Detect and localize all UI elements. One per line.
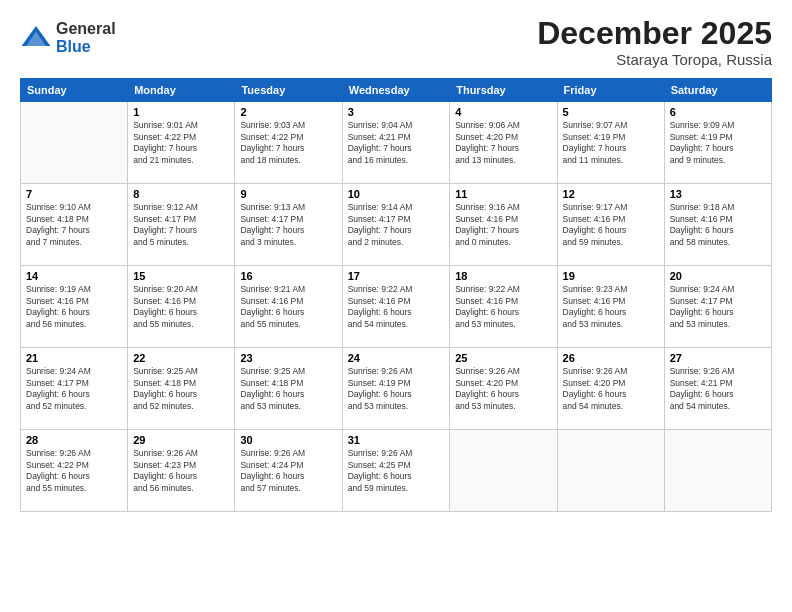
cell-info: Sunrise: 9:24 AMSunset: 4:17 PMDaylight:… xyxy=(670,284,766,330)
table-row: 13Sunrise: 9:18 AMSunset: 4:16 PMDayligh… xyxy=(664,184,771,266)
cell-date: 30 xyxy=(240,434,336,446)
logo-general: General xyxy=(56,20,116,38)
cell-date: 19 xyxy=(563,270,659,282)
cell-date: 3 xyxy=(348,106,445,118)
cell-date: 9 xyxy=(240,188,336,200)
header-sunday: Sunday xyxy=(21,79,128,102)
table-row: 23Sunrise: 9:25 AMSunset: 4:18 PMDayligh… xyxy=(235,348,342,430)
table-row: 2Sunrise: 9:03 AMSunset: 4:22 PMDaylight… xyxy=(235,102,342,184)
cell-date: 14 xyxy=(26,270,122,282)
table-row: 27Sunrise: 9:26 AMSunset: 4:21 PMDayligh… xyxy=(664,348,771,430)
header-friday: Friday xyxy=(557,79,664,102)
cell-info: Sunrise: 9:25 AMSunset: 4:18 PMDaylight:… xyxy=(133,366,229,412)
table-row: 3Sunrise: 9:04 AMSunset: 4:21 PMDaylight… xyxy=(342,102,450,184)
table-row: 28Sunrise: 9:26 AMSunset: 4:22 PMDayligh… xyxy=(21,430,128,512)
cell-date: 11 xyxy=(455,188,551,200)
cell-date: 8 xyxy=(133,188,229,200)
table-row: 4Sunrise: 9:06 AMSunset: 4:20 PMDaylight… xyxy=(450,102,557,184)
cell-info: Sunrise: 9:10 AMSunset: 4:18 PMDaylight:… xyxy=(26,202,122,248)
table-row xyxy=(450,430,557,512)
cell-date: 27 xyxy=(670,352,766,364)
table-row: 5Sunrise: 9:07 AMSunset: 4:19 PMDaylight… xyxy=(557,102,664,184)
table-row: 16Sunrise: 9:21 AMSunset: 4:16 PMDayligh… xyxy=(235,266,342,348)
table-row: 17Sunrise: 9:22 AMSunset: 4:16 PMDayligh… xyxy=(342,266,450,348)
table-row: 29Sunrise: 9:26 AMSunset: 4:23 PMDayligh… xyxy=(128,430,235,512)
table-row: 18Sunrise: 9:22 AMSunset: 4:16 PMDayligh… xyxy=(450,266,557,348)
cell-date: 7 xyxy=(26,188,122,200)
cell-info: Sunrise: 9:26 AMSunset: 4:25 PMDaylight:… xyxy=(348,448,445,494)
cell-date: 5 xyxy=(563,106,659,118)
calendar-week-row: 1Sunrise: 9:01 AMSunset: 4:22 PMDaylight… xyxy=(21,102,772,184)
cell-date: 4 xyxy=(455,106,551,118)
cell-info: Sunrise: 9:26 AMSunset: 4:19 PMDaylight:… xyxy=(348,366,445,412)
cell-date: 22 xyxy=(133,352,229,364)
cell-date: 20 xyxy=(670,270,766,282)
cell-date: 2 xyxy=(240,106,336,118)
cell-info: Sunrise: 9:14 AMSunset: 4:17 PMDaylight:… xyxy=(348,202,445,248)
cell-info: Sunrise: 9:16 AMSunset: 4:16 PMDaylight:… xyxy=(455,202,551,248)
cell-info: Sunrise: 9:03 AMSunset: 4:22 PMDaylight:… xyxy=(240,120,336,166)
cell-info: Sunrise: 9:19 AMSunset: 4:16 PMDaylight:… xyxy=(26,284,122,330)
calendar-week-row: 21Sunrise: 9:24 AMSunset: 4:17 PMDayligh… xyxy=(21,348,772,430)
title-block: December 2025 Staraya Toropa, Russia xyxy=(537,16,772,68)
header: General Blue December 2025 Staraya Torop… xyxy=(20,16,772,68)
subtitle: Staraya Toropa, Russia xyxy=(537,51,772,68)
cell-date: 10 xyxy=(348,188,445,200)
cell-date: 15 xyxy=(133,270,229,282)
cell-date: 23 xyxy=(240,352,336,364)
table-row: 8Sunrise: 9:12 AMSunset: 4:17 PMDaylight… xyxy=(128,184,235,266)
calendar-week-row: 28Sunrise: 9:26 AMSunset: 4:22 PMDayligh… xyxy=(21,430,772,512)
table-row: 7Sunrise: 9:10 AMSunset: 4:18 PMDaylight… xyxy=(21,184,128,266)
table-row xyxy=(21,102,128,184)
logo-icon xyxy=(20,22,52,54)
table-row: 31Sunrise: 9:26 AMSunset: 4:25 PMDayligh… xyxy=(342,430,450,512)
cell-info: Sunrise: 9:26 AMSunset: 4:23 PMDaylight:… xyxy=(133,448,229,494)
cell-date: 25 xyxy=(455,352,551,364)
table-row: 14Sunrise: 9:19 AMSunset: 4:16 PMDayligh… xyxy=(21,266,128,348)
cell-info: Sunrise: 9:01 AMSunset: 4:22 PMDaylight:… xyxy=(133,120,229,166)
cell-info: Sunrise: 9:26 AMSunset: 4:20 PMDaylight:… xyxy=(455,366,551,412)
cell-info: Sunrise: 9:26 AMSunset: 4:22 PMDaylight:… xyxy=(26,448,122,494)
cell-date: 28 xyxy=(26,434,122,446)
cell-info: Sunrise: 9:21 AMSunset: 4:16 PMDaylight:… xyxy=(240,284,336,330)
table-row: 15Sunrise: 9:20 AMSunset: 4:16 PMDayligh… xyxy=(128,266,235,348)
cell-info: Sunrise: 9:22 AMSunset: 4:16 PMDaylight:… xyxy=(348,284,445,330)
table-row: 30Sunrise: 9:26 AMSunset: 4:24 PMDayligh… xyxy=(235,430,342,512)
table-row xyxy=(557,430,664,512)
table-row xyxy=(664,430,771,512)
cell-info: Sunrise: 9:23 AMSunset: 4:16 PMDaylight:… xyxy=(563,284,659,330)
logo: General Blue xyxy=(20,20,116,55)
header-wednesday: Wednesday xyxy=(342,79,450,102)
cell-info: Sunrise: 9:26 AMSunset: 4:24 PMDaylight:… xyxy=(240,448,336,494)
cell-date: 21 xyxy=(26,352,122,364)
table-row: 12Sunrise: 9:17 AMSunset: 4:16 PMDayligh… xyxy=(557,184,664,266)
cell-info: Sunrise: 9:26 AMSunset: 4:21 PMDaylight:… xyxy=(670,366,766,412)
cell-info: Sunrise: 9:22 AMSunset: 4:16 PMDaylight:… xyxy=(455,284,551,330)
cell-date: 26 xyxy=(563,352,659,364)
table-row: 26Sunrise: 9:26 AMSunset: 4:20 PMDayligh… xyxy=(557,348,664,430)
calendar: Sunday Monday Tuesday Wednesday Thursday… xyxy=(20,78,772,512)
cell-info: Sunrise: 9:06 AMSunset: 4:20 PMDaylight:… xyxy=(455,120,551,166)
cell-info: Sunrise: 9:20 AMSunset: 4:16 PMDaylight:… xyxy=(133,284,229,330)
table-row: 22Sunrise: 9:25 AMSunset: 4:18 PMDayligh… xyxy=(128,348,235,430)
cell-date: 18 xyxy=(455,270,551,282)
cell-info: Sunrise: 9:17 AMSunset: 4:16 PMDaylight:… xyxy=(563,202,659,248)
table-row: 10Sunrise: 9:14 AMSunset: 4:17 PMDayligh… xyxy=(342,184,450,266)
cell-info: Sunrise: 9:09 AMSunset: 4:19 PMDaylight:… xyxy=(670,120,766,166)
month-title: December 2025 xyxy=(537,16,772,51)
table-row: 6Sunrise: 9:09 AMSunset: 4:19 PMDaylight… xyxy=(664,102,771,184)
cell-date: 6 xyxy=(670,106,766,118)
table-row: 24Sunrise: 9:26 AMSunset: 4:19 PMDayligh… xyxy=(342,348,450,430)
cell-info: Sunrise: 9:18 AMSunset: 4:16 PMDaylight:… xyxy=(670,202,766,248)
table-row: 9Sunrise: 9:13 AMSunset: 4:17 PMDaylight… xyxy=(235,184,342,266)
cell-info: Sunrise: 9:24 AMSunset: 4:17 PMDaylight:… xyxy=(26,366,122,412)
cell-date: 1 xyxy=(133,106,229,118)
cell-info: Sunrise: 9:26 AMSunset: 4:20 PMDaylight:… xyxy=(563,366,659,412)
calendar-week-row: 14Sunrise: 9:19 AMSunset: 4:16 PMDayligh… xyxy=(21,266,772,348)
cell-date: 16 xyxy=(240,270,336,282)
cell-info: Sunrise: 9:07 AMSunset: 4:19 PMDaylight:… xyxy=(563,120,659,166)
header-tuesday: Tuesday xyxy=(235,79,342,102)
cell-date: 29 xyxy=(133,434,229,446)
cell-date: 17 xyxy=(348,270,445,282)
cell-date: 24 xyxy=(348,352,445,364)
